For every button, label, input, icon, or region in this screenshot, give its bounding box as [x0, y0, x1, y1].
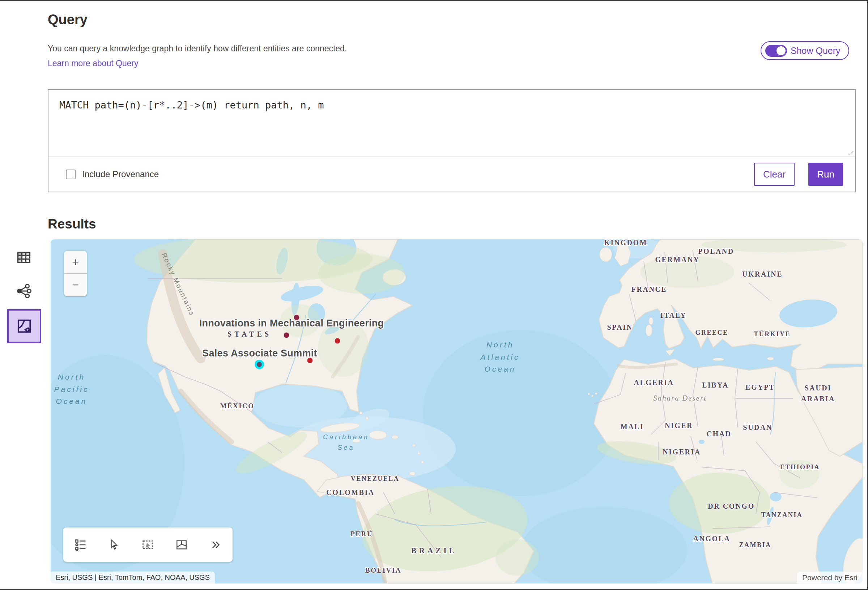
show-query-toggle[interactable]: Show Query [760, 41, 849, 60]
results-map[interactable]: KINGDOMPOLANDGERMANYUKRAINEFRANCEITALYSP… [51, 239, 862, 584]
learn-more-link[interactable]: Learn more about Query [48, 59, 139, 68]
double-chevron-right-icon [209, 539, 221, 551]
cursor-icon [108, 539, 120, 551]
select-polygon-icon [176, 539, 188, 551]
query-panel: MATCH path=(n)-[r*..2]->(m) return path,… [48, 89, 856, 192]
map-toolbar [63, 528, 233, 562]
toggle-switch-icon[interactable] [765, 45, 787, 57]
view-switcher-map[interactable] [7, 309, 41, 343]
run-button[interactable]: Run [808, 163, 843, 186]
map-icon [16, 318, 32, 335]
select-polygon-button[interactable] [174, 537, 189, 553]
toolbar-expand-button[interactable] [207, 537, 223, 553]
powered-by-esri: Powered by Esri [797, 572, 862, 584]
query-editor: MATCH path=(n)-[r*..2]->(m) return path,… [49, 90, 855, 157]
view-switcher-graph[interactable] [15, 282, 32, 300]
map-attribution: Esri, USGS | Esri, TomTom, FAO, NOAA, US… [51, 572, 215, 584]
select-button[interactable] [106, 537, 122, 553]
legend-button[interactable] [73, 537, 89, 553]
map-zoom-control: + − [64, 251, 87, 296]
query-footer: Include Provenance Clear Run [49, 156, 855, 192]
query-page: Query You can query a knowledge graph to… [0, 0, 868, 590]
page-description: You can query a knowledge graph to ident… [48, 44, 347, 53]
view-switcher-table[interactable] [15, 249, 32, 266]
clear-button[interactable]: Clear [754, 163, 794, 186]
link-chart-icon [16, 283, 32, 299]
table-icon [16, 249, 32, 266]
select-rectangle-button[interactable] [140, 537, 156, 553]
page-title: Query [48, 12, 87, 28]
query-input[interactable]: MATCH path=(n)-[r*..2]->(m) return path,… [49, 90, 855, 157]
results-title: Results [48, 217, 96, 232]
map-event-label: Innovations in Mechanical Engineering [199, 316, 384, 331]
include-provenance-label: Include Provenance [82, 169, 159, 179]
zoom-in-button[interactable]: + [64, 251, 87, 273]
zoom-out-button[interactable]: − [64, 274, 87, 296]
map-event-label: Sales Associate Summit [202, 346, 317, 361]
select-rectangle-icon [142, 538, 154, 551]
include-provenance-checkbox[interactable] [66, 170, 75, 179]
show-query-label: Show Query [791, 46, 840, 56]
legend-icon [74, 538, 87, 551]
